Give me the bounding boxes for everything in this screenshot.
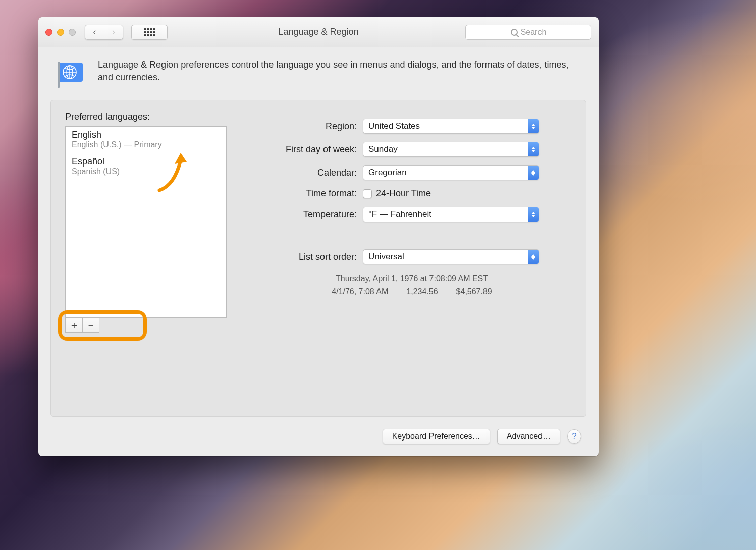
24-hour-label: 24-Hour Time	[376, 188, 431, 199]
add-remove-controls: ＋ －	[65, 317, 227, 333]
search-input[interactable]: Search	[465, 25, 591, 40]
nav-segmented: ‹ ›	[85, 25, 123, 40]
updown-arrows-icon	[528, 250, 539, 264]
zoom-button[interactable]	[69, 29, 76, 36]
help-icon: ?	[572, 431, 576, 442]
remove-language-button[interactable]: －	[82, 317, 99, 333]
settings-column: Region: United States First day of week:…	[252, 112, 572, 333]
preferences-window: ‹ › Language & Region Search Language & …	[38, 17, 599, 456]
chevron-left-icon: ‹	[93, 27, 96, 37]
annotation-arrow-icon	[154, 150, 195, 197]
format-example: Thursday, April 1, 1976 at 7:08:09 AM ES…	[252, 272, 572, 298]
example-long-date: Thursday, April 1, 1976 at 7:08:09 AM ES…	[252, 272, 572, 285]
list-sort-label: List sort order:	[252, 252, 363, 262]
updown-arrows-icon	[528, 142, 539, 156]
example-short-date: 4/1/76, 7:08 AM	[332, 286, 388, 298]
forward-button[interactable]: ›	[104, 25, 123, 40]
first-day-label: First day of week:	[252, 144, 363, 155]
search-placeholder: Search	[521, 28, 547, 37]
list-item[interactable]: English English (U.S.) — Primary	[66, 127, 226, 153]
back-button[interactable]: ‹	[85, 25, 104, 40]
calendar-label: Calendar:	[252, 168, 363, 178]
language-list[interactable]: English English (U.S.) — Primary Español…	[65, 126, 227, 318]
plus-icon: ＋	[69, 318, 79, 332]
language-name: Español	[72, 156, 220, 167]
add-language-button[interactable]: ＋	[65, 317, 82, 333]
keyboard-preferences-button[interactable]: Keyboard Preferences…	[383, 429, 490, 444]
updown-arrows-icon	[528, 119, 539, 133]
language-name: English	[72, 130, 220, 140]
main-panel: Preferred languages: English English (U.…	[50, 100, 586, 417]
updown-arrows-icon	[528, 207, 539, 222]
minus-icon: －	[86, 318, 96, 332]
advanced-button[interactable]: Advanced…	[497, 429, 560, 444]
show-all-button[interactable]	[131, 25, 168, 40]
list-sort-popup[interactable]: Universal	[363, 249, 539, 264]
globe-flag-icon	[56, 61, 87, 89]
help-button[interactable]: ?	[567, 429, 581, 444]
first-day-popup[interactable]: Sunday	[363, 142, 539, 157]
region-label: Region:	[252, 121, 363, 132]
example-currency: $4,567.89	[456, 286, 492, 298]
description-text: Language & Region preferences control th…	[98, 59, 581, 84]
calendar-popup[interactable]: Gregorian	[363, 165, 539, 180]
24-hour-checkbox[interactable]	[363, 189, 372, 198]
header-description: Language & Region preferences control th…	[38, 47, 599, 97]
updown-arrows-icon	[528, 166, 539, 180]
example-number: 1,234.56	[406, 286, 438, 298]
temperature-popup[interactable]: °F — Fahrenheit	[363, 207, 539, 222]
svg-rect-0	[58, 62, 60, 88]
languages-column: Preferred languages: English English (U.…	[65, 112, 227, 333]
chevron-right-icon: ›	[112, 27, 115, 37]
traffic-lights	[45, 29, 76, 36]
language-subtitle: Spanish (US)	[72, 167, 220, 176]
grid-icon	[144, 28, 155, 36]
temperature-label: Temperature:	[252, 209, 363, 220]
language-subtitle: English (U.S.) — Primary	[72, 140, 220, 149]
minimize-button[interactable]	[57, 29, 64, 36]
preferred-languages-label: Preferred languages:	[65, 112, 227, 122]
footer: Keyboard Preferences… Advanced… ?	[38, 417, 599, 456]
region-popup[interactable]: United States	[363, 119, 539, 134]
list-item[interactable]: Español Spanish (US)	[66, 153, 226, 180]
time-format-label: Time format:	[252, 188, 363, 199]
close-button[interactable]	[45, 29, 52, 36]
search-icon	[511, 29, 518, 36]
titlebar: ‹ › Language & Region Search	[38, 17, 599, 47]
